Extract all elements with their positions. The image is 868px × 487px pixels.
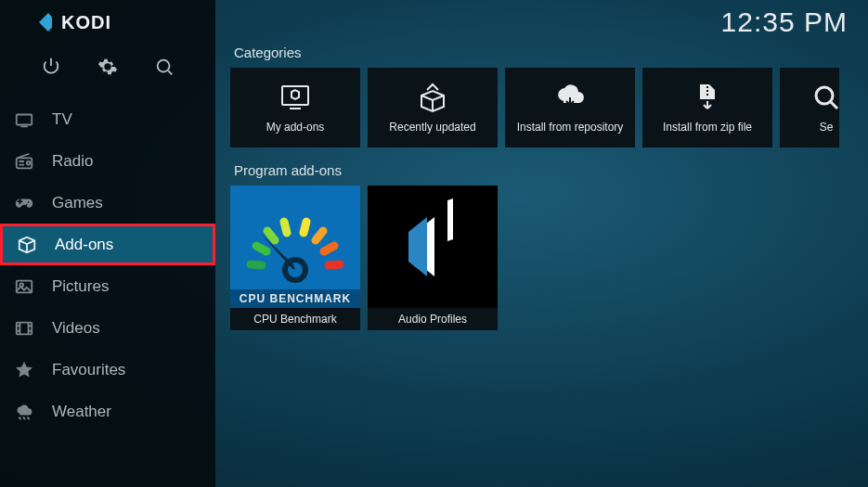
category-install-from-repository[interactable]: Install from repository	[505, 68, 635, 147]
sidebar-item-tv[interactable]: TV	[0, 98, 215, 140]
sidebar-item-label: TV	[52, 110, 72, 129]
category-recently-updated[interactable]: Recently updated	[368, 68, 498, 147]
svg-line-14	[267, 231, 275, 240]
sidebar-item-label: Weather	[52, 403, 111, 421]
sidebar-item-label: Videos	[52, 319, 100, 338]
addon-label: Audio Profiles	[368, 308, 498, 330]
sidebar-tools	[0, 50, 215, 87]
gamepad-icon	[13, 192, 35, 214]
svg-marker-22	[408, 217, 427, 276]
main: Categories My add-ons Recently updated I…	[230, 39, 868, 487]
categories-row: My add-ons Recently updated Install from…	[230, 68, 868, 147]
sidebar-item-games[interactable]: Games	[0, 182, 215, 224]
sidebar-item-label: Games	[52, 194, 103, 212]
svg-line-13	[256, 246, 266, 251]
brand-name: KODI	[61, 12, 111, 33]
addon-cpu-benchmark[interactable]: CPU BENCHMARK CPU Benchmark	[230, 186, 360, 330]
tv-icon	[13, 109, 35, 131]
tile-label: Recently updated	[383, 122, 481, 134]
category-install-from-zip[interactable]: Install from zip file	[642, 68, 772, 147]
svg-point-9	[816, 87, 833, 104]
sidebar: TV Radio Games Add-ons Pictures Videos F…	[0, 0, 215, 487]
svg-line-16	[304, 222, 306, 233]
power-icon[interactable]	[40, 56, 62, 78]
svg-line-18	[324, 246, 334, 251]
box-screen-icon	[279, 81, 312, 114]
category-search-cut[interactable]: Se	[780, 68, 839, 147]
svg-point-0	[158, 60, 170, 72]
sidebar-item-add-ons[interactable]: Add-ons	[0, 224, 215, 265]
zip-down-icon	[691, 81, 724, 114]
addon-thumb-caption: CPU BENCHMARK	[230, 289, 360, 308]
picture-icon	[13, 276, 35, 298]
sidebar-item-label: Radio	[52, 152, 93, 171]
tile-label: Install from repository	[512, 122, 629, 134]
svg-line-15	[284, 222, 287, 233]
sidebar-item-weather[interactable]: Weather	[0, 391, 215, 432]
svg-rect-7	[39, 13, 52, 32]
addon-thumb	[368, 186, 498, 308]
search-icon[interactable]	[153, 56, 175, 78]
category-my-addons[interactable]: My add-ons	[230, 68, 360, 147]
addon-audio-profiles[interactable]: Audio Profiles	[368, 186, 498, 330]
tile-label: Se	[814, 122, 839, 134]
radio-icon	[13, 150, 35, 173]
addons-row: CPU BENCHMARK CPU Benchmark Audio Profil…	[230, 186, 868, 330]
gear-icon[interactable]	[97, 56, 119, 78]
box-icon	[16, 234, 38, 256]
svg-rect-23	[447, 199, 453, 241]
sidebar-item-radio[interactable]: Radio	[0, 140, 215, 182]
tile-label: Install from zip file	[657, 122, 758, 134]
film-icon	[13, 317, 35, 340]
kodi-logo-icon	[26, 9, 52, 35]
svg-line-12	[251, 264, 262, 265]
sidebar-item-pictures[interactable]: Pictures	[0, 265, 215, 307]
clock: 12:35 PM	[721, 6, 848, 38]
open-box-icon	[416, 81, 449, 114]
sidebar-item-favourites[interactable]: Favourites	[0, 349, 215, 391]
sidebar-item-label: Favourites	[52, 361, 125, 379]
section-title-categories: Categories	[234, 45, 868, 60]
svg-point-3	[27, 161, 31, 165]
sidebar-item-label: Pictures	[52, 277, 109, 296]
svg-rect-1	[17, 114, 32, 124]
addon-label: CPU Benchmark	[230, 308, 360, 330]
section-title-program-addons: Program add-ons	[234, 162, 868, 178]
svg-line-17	[316, 231, 323, 240]
search-icon	[810, 81, 839, 114]
star-icon	[13, 359, 35, 381]
svg-line-19	[329, 264, 340, 265]
addon-thumb: CPU BENCHMARK	[230, 186, 360, 308]
sidebar-item-videos[interactable]: Videos	[0, 307, 215, 349]
svg-rect-6	[17, 322, 32, 334]
cloud-down-icon	[553, 81, 587, 114]
sidebar-menu: TV Radio Games Add-ons Pictures Videos F…	[0, 98, 215, 432]
weather-icon	[13, 401, 35, 423]
tile-label: My add-ons	[261, 122, 330, 134]
brand: KODI	[0, 0, 215, 45]
sidebar-item-label: Add-ons	[55, 236, 113, 254]
